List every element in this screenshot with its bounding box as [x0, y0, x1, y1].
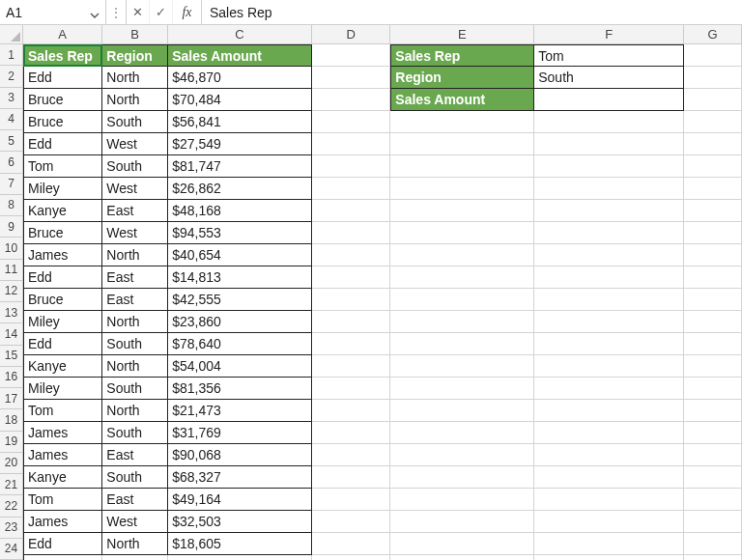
cell-F7[interactable]: [534, 178, 684, 200]
row-header-19[interactable]: 19: [0, 432, 22, 453]
cell-B23[interactable]: North: [102, 533, 168, 555]
cell-E13[interactable]: [390, 311, 534, 333]
cell-G22[interactable]: [684, 511, 742, 533]
cell-C16[interactable]: $81,356: [168, 378, 312, 400]
row-header-13[interactable]: 13: [0, 302, 22, 323]
row-header-6[interactable]: 6: [0, 152, 22, 173]
cell-B11[interactable]: East: [102, 266, 168, 289]
cell-A10[interactable]: James: [23, 244, 102, 266]
cell-B10[interactable]: North: [102, 244, 168, 266]
cell-A20[interactable]: Kanye: [23, 466, 102, 489]
cell-D18[interactable]: [312, 422, 390, 444]
cell-A11[interactable]: Edd: [23, 266, 102, 289]
cell-B4[interactable]: South: [102, 111, 168, 133]
cell-A19[interactable]: James: [23, 444, 102, 466]
cell-A24[interactable]: [23, 555, 102, 560]
cell-D9[interactable]: [312, 222, 390, 244]
cell-A12[interactable]: Bruce: [23, 289, 102, 311]
cell-A4[interactable]: Bruce: [23, 111, 102, 133]
cell-E6[interactable]: [390, 155, 534, 178]
cell-E19[interactable]: [390, 444, 534, 466]
cell-E21[interactable]: [390, 489, 534, 511]
cell-E16[interactable]: [390, 378, 534, 400]
row-header-18[interactable]: 18: [0, 409, 22, 431]
cell-E5[interactable]: [390, 133, 534, 155]
cell-B1[interactable]: Region: [102, 44, 168, 67]
row-header-20[interactable]: 20: [0, 453, 22, 474]
cell-G4[interactable]: [684, 111, 742, 133]
cell-D12[interactable]: [312, 289, 390, 311]
cell-B9[interactable]: West: [102, 222, 168, 244]
cell-B20[interactable]: South: [102, 466, 168, 489]
col-header-B[interactable]: B: [102, 25, 168, 43]
cell-G19[interactable]: [684, 444, 742, 466]
cell-G16[interactable]: [684, 378, 742, 400]
cell-C3[interactable]: $70,484: [168, 89, 312, 111]
col-header-F[interactable]: F: [534, 25, 684, 43]
row-header-14[interactable]: 14: [0, 323, 22, 345]
accept-formula-button[interactable]: ✓: [150, 0, 173, 24]
cell-B16[interactable]: South: [102, 378, 168, 400]
cell-B24[interactable]: [102, 555, 168, 560]
cell-C6[interactable]: $81,747: [168, 155, 312, 178]
cell-F24[interactable]: [534, 555, 684, 560]
cell-E3[interactable]: Sales Amount: [390, 89, 534, 111]
cell-D10[interactable]: [312, 244, 390, 266]
select-all-corner[interactable]: [0, 25, 23, 44]
cell-A9[interactable]: Bruce: [23, 222, 102, 244]
cell-E4[interactable]: [390, 111, 534, 133]
cell-F6[interactable]: [534, 155, 684, 178]
cell-E7[interactable]: [390, 178, 534, 200]
cell-D23[interactable]: [312, 533, 390, 555]
cell-F5[interactable]: [534, 133, 684, 155]
row-header-7[interactable]: 7: [0, 174, 22, 195]
cell-D21[interactable]: [312, 489, 390, 511]
cell-F11[interactable]: [534, 266, 684, 289]
cell-A6[interactable]: Tom: [23, 155, 102, 178]
row-header-1[interactable]: 1: [0, 44, 22, 66]
row-header-5[interactable]: 5: [0, 130, 22, 152]
cell-D4[interactable]: [312, 111, 390, 133]
row-header-22[interactable]: 22: [0, 495, 22, 517]
cell-A23[interactable]: Edd: [23, 533, 102, 555]
cell-B21[interactable]: East: [102, 489, 168, 511]
cell-A2[interactable]: Edd: [23, 67, 102, 89]
cell-F16[interactable]: [534, 378, 684, 400]
cell-G11[interactable]: [684, 266, 742, 289]
cell-F8[interactable]: [534, 200, 684, 222]
cell-G15[interactable]: [684, 355, 742, 378]
fx-icon[interactable]: fx: [173, 0, 202, 24]
cell-A5[interactable]: Edd: [23, 133, 102, 155]
cell-G5[interactable]: [684, 133, 742, 155]
cell-A7[interactable]: Miley: [23, 178, 102, 200]
cell-A22[interactable]: James: [23, 511, 102, 533]
cell-F22[interactable]: [534, 511, 684, 533]
cell-G20[interactable]: [684, 466, 742, 489]
cell-F10[interactable]: [534, 244, 684, 266]
cell-E11[interactable]: [390, 266, 534, 289]
cell-B5[interactable]: West: [102, 133, 168, 155]
cell-B14[interactable]: South: [102, 333, 168, 355]
cell-C1[interactable]: Sales Amount: [168, 44, 312, 67]
cell-C18[interactable]: $31,769: [168, 422, 312, 444]
cell-B3[interactable]: North: [102, 89, 168, 111]
cell-G23[interactable]: [684, 533, 742, 555]
cell-G9[interactable]: [684, 222, 742, 244]
row-header-16[interactable]: 16: [0, 367, 22, 388]
cell-B19[interactable]: East: [102, 444, 168, 466]
cell-F4[interactable]: [534, 111, 684, 133]
cell-E23[interactable]: [390, 533, 534, 555]
row-header-9[interactable]: 9: [0, 216, 22, 238]
row-header-12[interactable]: 12: [0, 281, 22, 302]
cell-G2[interactable]: [684, 67, 742, 89]
cell-D1[interactable]: [312, 44, 390, 67]
cell-A3[interactable]: Bruce: [23, 89, 102, 111]
col-header-D[interactable]: D: [312, 25, 390, 43]
formula-input[interactable]: Sales Rep: [202, 0, 742, 24]
cell-A1[interactable]: Sales Rep: [23, 44, 102, 67]
cell-E14[interactable]: [390, 333, 534, 355]
cell-B8[interactable]: East: [102, 200, 168, 222]
cell-G18[interactable]: [684, 422, 742, 444]
row-header-4[interactable]: 4: [0, 109, 22, 130]
cell-D2[interactable]: [312, 67, 390, 89]
